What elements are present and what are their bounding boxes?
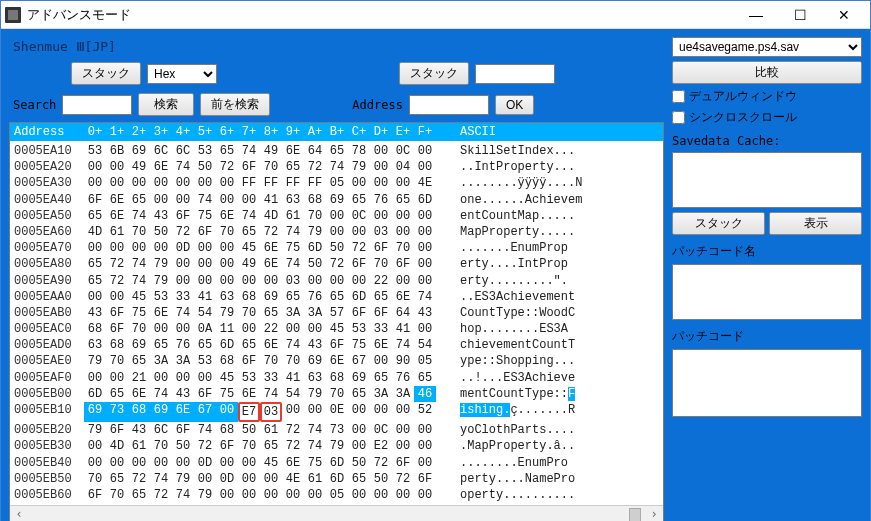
hex-byte[interactable]: 53 [150,289,172,305]
hex-byte[interactable]: 65 [106,471,128,487]
hex-byte[interactable]: 70 [392,240,414,256]
hex-byte[interactable]: 69 [128,337,150,353]
hex-byte[interactable]: 79 [84,422,106,438]
hex-byte[interactable]: FF [304,175,326,191]
hex-byte[interactable]: 53 [194,353,216,369]
hex-byte[interactable]: 72 [106,256,128,272]
search-button[interactable]: 検索 [138,93,194,116]
hex-byte[interactable]: 41 [282,370,304,386]
hex-byte[interactable]: 65 [348,386,370,402]
hex-byte[interactable]: 50 [326,240,348,256]
hex-byte[interactable]: 79 [150,273,172,289]
hex-byte[interactable]: 70 [304,208,326,224]
hex-byte[interactable]: 70 [128,321,150,337]
hex-byte[interactable]: 33 [172,289,194,305]
hex-byte[interactable]: 00 [150,192,172,208]
hex-byte[interactable]: 74 [150,386,172,402]
hex-byte[interactable]: 00 [370,402,392,422]
hex-byte[interactable]: 54 [414,337,436,353]
hex-byte[interactable]: 63 [84,337,106,353]
hex-row[interactable]: 0005EB30004D617050726F706572747900E20000… [14,438,659,454]
close-button[interactable]: ✕ [822,1,866,29]
hex-byte[interactable]: 00 [216,256,238,272]
hex-byte[interactable]: 00 [194,471,216,487]
hex-byte[interactable]: 65 [392,192,414,208]
address-input[interactable] [409,95,489,115]
hex-byte[interactable]: 65 [414,370,436,386]
hex-byte[interactable]: 00 [172,256,194,272]
hex-byte[interactable]: 69 [128,143,150,159]
hex-byte[interactable]: 53 [194,143,216,159]
hex-byte[interactable]: 73 [326,422,348,438]
search-prev-button[interactable]: 前を検索 [200,93,270,116]
hex-byte[interactable]: 03 [370,224,392,240]
hex-byte[interactable]: 65 [106,386,128,402]
hex-byte[interactable]: 00 [150,370,172,386]
hex-byte[interactable]: 6E [260,240,282,256]
hex-byte[interactable]: 43 [128,422,150,438]
hex-byte[interactable]: 74 [150,471,172,487]
hex-byte[interactable]: 74 [194,192,216,208]
hex-byte[interactable]: 6F [370,240,392,256]
hex-byte[interactable]: 50 [172,438,194,454]
hex-byte[interactable]: 74 [392,337,414,353]
hex-byte[interactable]: 6F [326,337,348,353]
hex-byte[interactable]: 72 [326,256,348,272]
hex-byte[interactable]: 70 [238,438,260,454]
hex-byte[interactable]: 70 [216,224,238,240]
hex-byte[interactable]: 6F [348,256,370,272]
hex-byte[interactable]: 6E [238,386,260,402]
hex-byte[interactable]: 6E [260,256,282,272]
hex-byte[interactable]: 70 [238,305,260,321]
hex-row[interactable]: 0005EB20796F436C6F74685061727473000C0000… [14,422,659,438]
minimize-button[interactable]: — [734,1,778,29]
hex-byte[interactable]: 43 [172,386,194,402]
hex-byte[interactable]: 43 [304,337,326,353]
hex-byte[interactable]: 75 [282,240,304,256]
hex-byte[interactable]: 3A [282,305,304,321]
hex-byte[interactable]: FF [282,175,304,191]
search-input[interactable] [62,95,132,115]
hex-byte[interactable]: 00 [172,370,194,386]
hex-byte[interactable]: 65 [128,487,150,503]
hex-byte[interactable]: 00 [326,224,348,240]
hex-row[interactable]: 0005EB10697368696E6700E70300000E00000052… [14,402,659,422]
hex-byte[interactable]: 00 [414,321,436,337]
hex-byte[interactable]: 22 [370,273,392,289]
hex-byte[interactable]: 50 [348,455,370,471]
hex-byte[interactable]: 63 [304,370,326,386]
hex-byte[interactable]: 6F [194,386,216,402]
hex-byte[interactable]: 00 [348,273,370,289]
hex-byte[interactable]: 00 [84,438,106,454]
hex-byte[interactable]: 69 [150,402,172,422]
hex-byte[interactable]: 74 [282,256,304,272]
hex-byte[interactable]: 6F [238,159,260,175]
hex-byte[interactable]: 00 [392,422,414,438]
hex-byte[interactable]: 6E [106,208,128,224]
hex-byte[interactable]: 70 [282,353,304,369]
hex-byte[interactable]: 4E [282,471,304,487]
hex-row[interactable]: 0005EB006D656E74436F756E74547970653A3A46… [14,386,659,402]
hex-byte[interactable]: 00 [194,370,216,386]
hex-row[interactable]: 0005EA8065727479000000496E7450726F706F00… [14,256,659,272]
hex-byte[interactable]: 00 [414,240,436,256]
hex-byte[interactable]: 75 [194,208,216,224]
hex-row[interactable]: 0005EA200000496E7450726F7065727479000400… [14,159,659,175]
hex-byte[interactable]: 4D [106,438,128,454]
hex-byte[interactable]: 79 [326,438,348,454]
hex-row[interactable]: 0005EB4000000000000D0000456E756D50726F00… [14,455,659,471]
hex-byte[interactable]: 68 [238,289,260,305]
hex-byte[interactable]: 41 [260,192,282,208]
hex-byte[interactable]: 49 [128,159,150,175]
hex-byte[interactable]: 00 [172,192,194,208]
hex-byte[interactable]: 00 [238,321,260,337]
hex-byte[interactable]: 74 [414,289,436,305]
hex-byte[interactable]: 72 [304,159,326,175]
hex-byte[interactable]: 00 [106,455,128,471]
maximize-button[interactable]: ☐ [778,1,822,29]
hex-byte[interactable]: 65 [84,273,106,289]
hex-byte[interactable]: 45 [128,289,150,305]
hex-byte[interactable]: 79 [216,305,238,321]
hex-byte[interactable]: 76 [172,337,194,353]
compare-button[interactable]: 比較 [672,61,862,84]
